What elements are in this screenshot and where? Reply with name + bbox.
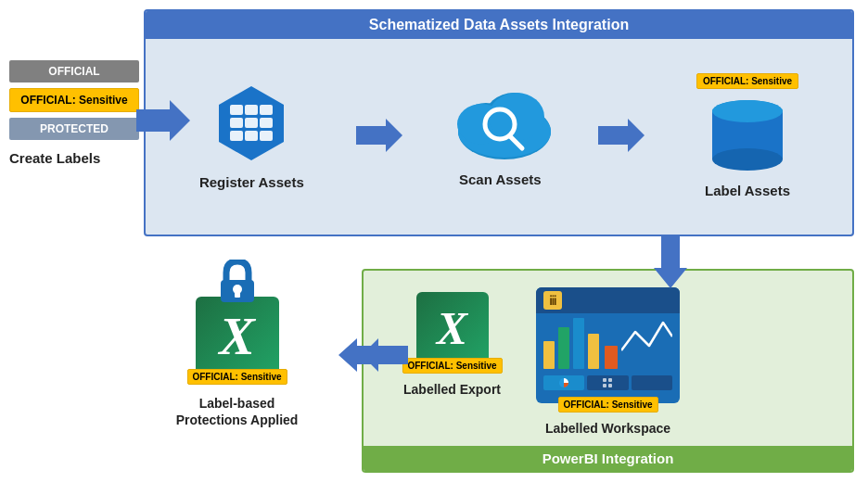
scan-assets-label: Scan Assets [459,171,542,187]
svg-rect-27 [603,378,606,382]
svg-marker-32 [338,338,387,372]
svg-rect-2 [230,105,243,115]
main-arrow-right [136,100,190,145]
official-label: OFFICIAL [9,60,139,82]
arrow-1 [356,119,402,152]
arrow-2 [598,119,645,152]
svg-marker-11 [356,119,402,152]
create-labels-title: Create Labels [9,150,139,166]
register-assets-label: Register Assets [199,174,304,190]
scan-assets-icon [453,83,546,162]
protected-label: PROTECTED [9,118,139,140]
protection-badge: OFFICIAL: Sensitive [186,369,287,385]
label-assets-label: Label Assets [705,183,790,198]
svg-rect-5 [230,118,243,128]
main-container: OFFICIAL OFFICIAL: Sensitive PROTECTED C… [0,0,868,495]
svg-rect-3 [245,105,258,115]
svg-point-24 [712,100,783,122]
svg-rect-35 [235,291,240,298]
svg-marker-25 [654,235,687,288]
export-badge: OFFICIAL: Sensitive [402,358,502,374]
schematized-box: Schematized Data Assets Integration [144,9,854,236]
register-assets-icon [210,82,293,165]
label-assets-step: OFFICIAL: Sensitive Label Assets [696,73,798,198]
svg-marker-0 [136,100,190,141]
svg-rect-10 [260,131,273,141]
label-protection-section: X OFFICIAL: Sensitive Label-basedProtect… [137,273,337,428]
svg-point-23 [712,148,783,171]
schematized-content: Register Assets [146,39,852,227]
lock-icon [218,260,257,308]
svg-rect-29 [603,384,606,387]
register-assets-step: Register Assets [199,82,304,190]
scan-assets-step: Scan Assets [453,83,546,187]
label-assets-icon [710,95,785,173]
svg-rect-9 [245,131,258,141]
official-sensitive-label: OFFICIAL: Sensitive [9,88,139,112]
label-assets-badge: OFFICIAL: Sensitive [696,73,798,89]
workspace-badge: OFFICIAL: Sensitive [557,397,657,412]
protection-label: Label-basedProtections Applied [176,395,299,428]
export-to-protection-arrow [338,338,387,375]
down-arrow [654,235,687,292]
svg-rect-6 [245,118,258,128]
svg-rect-7 [260,118,273,128]
create-labels-section: OFFICIAL OFFICIAL: Sensitive PROTECTED C… [9,60,139,166]
labelled-workspace-item: ⅲ [536,287,680,436]
svg-rect-28 [608,378,612,382]
export-label: Labelled Export [403,382,501,397]
svg-point-17 [489,93,544,141]
svg-rect-30 [608,384,612,387]
labelled-export-section: X OFFICIAL: Sensitive Labelled Export [403,283,501,397]
svg-rect-4 [260,105,273,115]
powerbi-title: PowerBI Integration [364,446,852,471]
svg-rect-8 [230,131,243,141]
schematized-title: Schematized Data Assets Integration [146,11,852,39]
workspace-label: Labelled Workspace [545,421,670,436]
svg-marker-20 [598,119,645,152]
